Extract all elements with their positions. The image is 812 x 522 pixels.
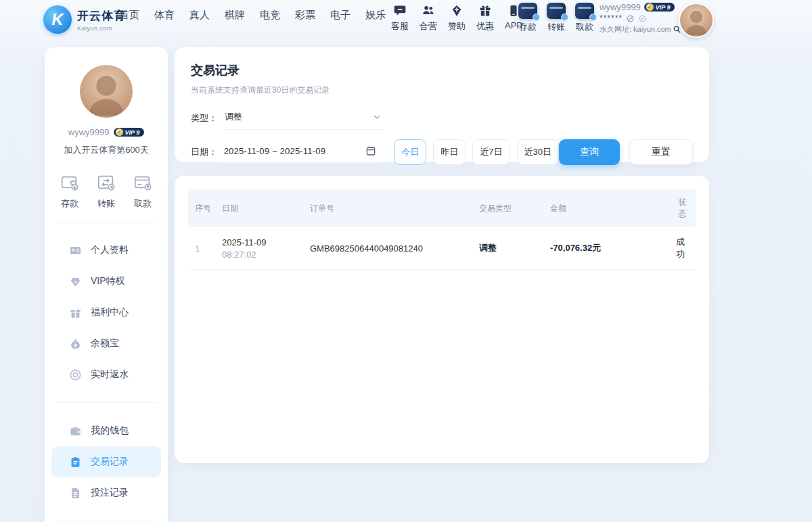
- row-status: 成功: [669, 227, 696, 270]
- sidebar-wallet-actions: 存款 转账 取款: [45, 172, 168, 210]
- type-label: 类型：: [191, 112, 223, 124]
- topbar-user-block: wywy9999 ✓ VIP 9 ****** 永久网址: kaiyun.com: [600, 2, 679, 34]
- nav-sports[interactable]: 体育: [154, 9, 175, 22]
- sidebar-withdraw-button[interactable]: 取款: [133, 172, 153, 210]
- money-bag-icon: [69, 337, 82, 350]
- nav-live[interactable]: 真人: [189, 9, 210, 22]
- chevron-down-icon: [372, 112, 382, 122]
- reset-button[interactable]: 重置: [629, 139, 693, 165]
- service-button[interactable]: 客服: [391, 4, 409, 32]
- gift-icon: [69, 306, 82, 319]
- vip-check-icon: ✓: [646, 3, 654, 11]
- ledger-icon: [69, 456, 82, 469]
- deposit-button[interactable]: 存款: [518, 3, 537, 33]
- refresh-icon[interactable]: [638, 14, 647, 23]
- sidebar-item-bets[interactable]: 投注记录: [51, 477, 161, 508]
- transactions-table: 序号 日期 订单号 交易类型 金额 状态 1 2025-11-09 08:27:…: [188, 189, 696, 270]
- header-order-no: 订单号: [303, 189, 472, 227]
- sidebar-transfer-button[interactable]: 转账: [96, 172, 116, 210]
- sponsor-button[interactable]: 赞助: [448, 4, 466, 32]
- header-type: 交易类型: [472, 189, 543, 227]
- row-amount: -70,076.32元: [543, 227, 669, 270]
- row-type: 调整: [472, 227, 543, 270]
- topbar-quick-links: 客服 合营 赞助 优惠 APP: [391, 4, 522, 32]
- vip-check-icon: ✓: [116, 128, 123, 136]
- service-label: 客服: [391, 20, 409, 32]
- sidebar-item-transactions[interactable]: 交易记录: [51, 446, 161, 477]
- divider: [55, 402, 157, 403]
- nav-esports[interactable]: 电竞: [260, 9, 280, 22]
- vip-badge: ✓ VIP 9: [644, 3, 675, 11]
- diamond-icon: [450, 4, 464, 18]
- filter-card: 交易记录 当前系统支持查询最近30日的交易记录 类型： 调整 日期： 2025-…: [175, 47, 709, 162]
- date-label: 日期：: [191, 146, 223, 158]
- main-nav: 首页 体育 真人 棋牌 电竞 彩票 电子 娱乐: [119, 9, 386, 22]
- page-subtitle: 当前系统支持查询最近30日的交易记录: [191, 85, 693, 96]
- sidebar-avatar[interactable]: [80, 65, 133, 118]
- sidebar-item-vip[interactable]: VIP特权: [51, 266, 161, 297]
- sidebar-item-benefits[interactable]: 福利中心: [51, 297, 161, 328]
- nav-entertainment[interactable]: 娱乐: [365, 9, 386, 22]
- row-index: 1: [188, 227, 215, 270]
- deposit-card-icon: [518, 3, 537, 19]
- masked-balance: ******: [600, 14, 623, 23]
- id-card-icon: [69, 244, 82, 257]
- user-avatar[interactable]: [679, 3, 714, 38]
- sidebar-item-yuebao[interactable]: 余额宝: [51, 328, 161, 359]
- sidebar-item-my-wallet[interactable]: 我的钱包: [51, 415, 161, 446]
- quick-range-group: 今日 昨日 近7日 近30日: [394, 139, 559, 165]
- range-today-button[interactable]: 今日: [394, 139, 426, 165]
- promo-label: 优惠: [476, 20, 494, 32]
- query-button[interactable]: 查询: [559, 139, 620, 165]
- type-selected-value: 调整: [225, 111, 242, 123]
- withdraw-outline-icon: [133, 172, 153, 193]
- partnership-button[interactable]: 合营: [420, 4, 437, 32]
- deposit-label: 存款: [519, 21, 537, 33]
- gem-icon: [69, 275, 82, 288]
- sidebar-menu: 个人资料 VIP特权 福利中心 余额宝 实时返水: [45, 235, 168, 390]
- page-title: 交易记录: [191, 62, 693, 78]
- topbar: K 开云体育 Kaiyun.com 首页 体育 真人 棋牌 电竞 彩票 电子 娱…: [0, 0, 812, 42]
- username: wywy9999: [600, 2, 641, 12]
- nav-lottery[interactable]: 彩票: [295, 9, 315, 22]
- row-datetime: 2025-11-09 08:27:02: [215, 227, 303, 270]
- range-30days-button[interactable]: 近30日: [517, 139, 559, 165]
- header-status: 状态: [669, 189, 696, 227]
- header-index: 序号: [188, 189, 215, 227]
- withdraw-button[interactable]: 取款: [575, 3, 594, 33]
- nav-cards[interactable]: 棋牌: [225, 9, 245, 22]
- nav-slots[interactable]: 电子: [330, 9, 351, 22]
- logo-icon: K: [43, 5, 72, 34]
- table-row: 1 2025-11-09 08:27:02 GMB698250644004908…: [188, 227, 696, 270]
- transfer-card-icon: [547, 3, 566, 19]
- nav-home[interactable]: 首页: [119, 9, 139, 22]
- transfer-button[interactable]: 转账: [547, 3, 566, 33]
- deposit-outline-icon: [60, 172, 80, 193]
- rebate-circle-icon: [69, 369, 82, 381]
- site-logo[interactable]: K 开云体育 Kaiyun.com: [43, 5, 126, 34]
- withdraw-card-icon: [575, 3, 594, 19]
- membership-days: 加入开云体育第600天: [45, 144, 168, 156]
- partnership-label: 合营: [420, 20, 437, 32]
- records-card: 序号 日期 订单号 交易类型 金额 状态 1 2025-11-09 08:27:…: [175, 176, 709, 463]
- type-select[interactable]: 调整: [223, 107, 384, 130]
- sidebar-item-profile[interactable]: 个人资料: [51, 235, 161, 266]
- date-range-input[interactable]: 2025-11-09 ~ 2025-11-09: [223, 141, 380, 163]
- divider: [55, 222, 157, 222]
- header-date: 日期: [215, 189, 303, 227]
- withdraw-label: 取款: [576, 21, 593, 33]
- row-order-no: GMB6982506440049081240: [303, 227, 472, 270]
- range-yesterday-button[interactable]: 昨日: [433, 139, 466, 165]
- promo-button[interactable]: 优惠: [476, 4, 494, 32]
- gift-icon: [478, 4, 492, 18]
- chat-icon: [393, 4, 407, 18]
- range-7days-button[interactable]: 近7日: [472, 139, 510, 165]
- transfer-outline-icon: [96, 172, 116, 193]
- sidebar-item-rebate[interactable]: 实时返水: [51, 359, 161, 390]
- calendar-icon: [365, 145, 376, 156]
- sidebar-deposit-button[interactable]: 存款: [60, 172, 80, 210]
- eye-off-icon[interactable]: [626, 14, 635, 23]
- date-range-value: 2025-11-09 ~ 2025-11-09: [224, 146, 325, 156]
- divider: [55, 521, 157, 521]
- sidebar-username: wywy9999: [68, 127, 110, 137]
